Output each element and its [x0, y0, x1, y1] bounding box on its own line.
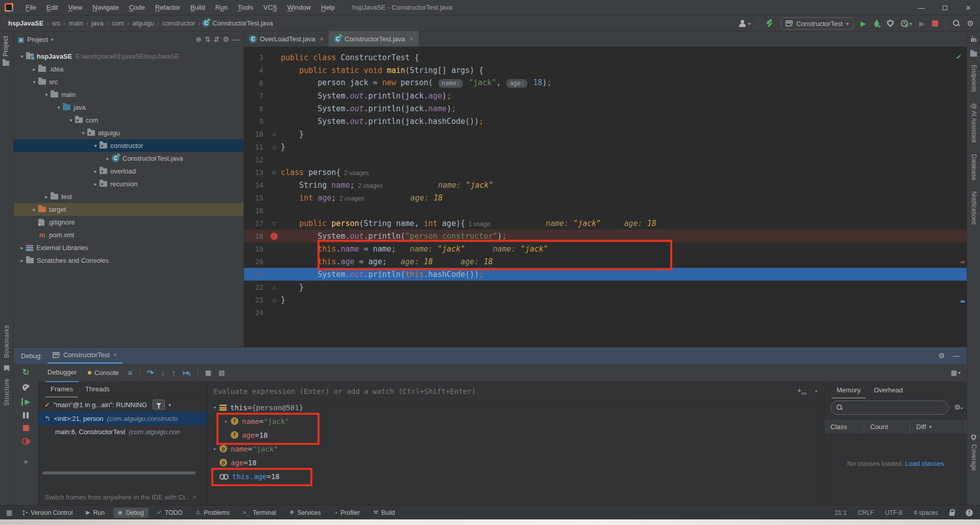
- tree-item-java[interactable]: ▾java: [14, 101, 243, 114]
- load-classes-link[interactable]: Load classes: [905, 460, 944, 467]
- debug-session-settings-icon[interactable]: [22, 384, 30, 391]
- coverage-button[interactable]: [887, 20, 894, 28]
- status-item-debug[interactable]: ◉Debug: [113, 508, 149, 518]
- breadcrumb-item[interactable]: src: [51, 19, 61, 27]
- status-item-profiler[interactable]: ◔Profiler: [330, 508, 365, 518]
- resume-button[interactable]: ▶: [21, 398, 31, 406]
- tree-item-recursion[interactable]: ▸recursion: [14, 178, 243, 190]
- code-line-7[interactable]: 7 System.out.println(jack.age);: [244, 89, 967, 102]
- breadcrumb-item[interactable]: constructor: [161, 19, 196, 27]
- run-button[interactable]: ▶: [861, 20, 866, 27]
- sidebar-item-ai-assistant[interactable]: @ AI Assistant: [970, 103, 977, 143]
- tree-chevron-icon[interactable]: ▸: [42, 194, 51, 199]
- filter-frames-button[interactable]: [153, 399, 165, 410]
- code-line-24[interactable]: 24: [244, 306, 967, 319]
- project-view-dropdown[interactable]: ▾: [51, 37, 54, 42]
- tree-item--idea[interactable]: ▸.idea: [14, 63, 243, 76]
- more-actions-icon[interactable]: »: [24, 458, 28, 465]
- evaluate-expression-icon[interactable]: ▦: [205, 369, 211, 377]
- view-breakpoints-button[interactable]: [22, 438, 30, 444]
- menu-item-build[interactable]: Build: [185, 0, 210, 15]
- editor-tab-options-icon[interactable]: ⋮: [969, 35, 976, 42]
- tree-item-atguigu[interactable]: ▾atguigu: [14, 127, 243, 139]
- status-encoding[interactable]: UTF-8: [885, 509, 902, 516]
- sidebar-item-endpoints[interactable]: Endpoints: [970, 65, 977, 92]
- status-item-run[interactable]: ▶Run: [81, 508, 109, 518]
- status-line-ending[interactable]: CRLF: [858, 509, 874, 516]
- hide-panel-icon[interactable]: —: [232, 35, 239, 43]
- expand-all-icon[interactable]: ⇅: [205, 35, 211, 43]
- close-button[interactable]: ✕: [957, 0, 980, 15]
- thread-selector[interactable]: ✓ "main"@1 in g...ain": RUNNING ▾: [38, 397, 207, 412]
- menu-item-code[interactable]: Code: [124, 0, 150, 15]
- lock-icon[interactable]: [949, 512, 954, 516]
- code-line-17[interactable]: 17▽ public person(String name, int age){…: [244, 217, 967, 230]
- tree-chevron-icon[interactable]: ▸: [104, 156, 112, 161]
- project-settings-gear-icon[interactable]: ⚙: [223, 35, 229, 43]
- tree-item-overload[interactable]: ▸overload: [14, 165, 243, 178]
- tree-chevron-icon[interactable]: ▾: [67, 117, 75, 123]
- sidebar-item-project[interactable]: Project: [2, 36, 9, 66]
- close-debug-tab-icon[interactable]: ×: [113, 351, 117, 359]
- breadcrumb-item[interactable]: main: [68, 19, 84, 27]
- evaluate-dropdown-icon[interactable]: ▾: [815, 388, 818, 394]
- menu-item-run[interactable]: Run: [210, 0, 233, 15]
- sidebar-item-bookmarks[interactable]: Bookmarks: [3, 325, 10, 358]
- breadcrumb-item[interactable]: hspJavaSE: [7, 19, 44, 27]
- status-item-todo[interactable]: ✓TODO: [153, 508, 187, 518]
- collapse-all-icon[interactable]: ⇵: [214, 35, 220, 43]
- inspections-ok-icon[interactable]: ✔: [956, 53, 962, 61]
- tree-item-main[interactable]: ▾main: [14, 88, 243, 101]
- tree-item-constructor[interactable]: ▾constructor: [14, 139, 243, 152]
- menu-item-window[interactable]: Window: [282, 0, 316, 15]
- tree-item-pom-xml[interactable]: mpom.xml: [14, 229, 243, 241]
- variable-row[interactable]: page = 18: [207, 456, 824, 469]
- status-item-terminal[interactable]: >_Terminal: [238, 508, 281, 518]
- variable-chevron-icon[interactable]: ▾: [210, 405, 219, 410]
- sidebar-item-structure[interactable]: Structure: [3, 379, 10, 406]
- evaluate-expression-bar[interactable]: Evaluate expression (Enter) or add a wat…: [207, 382, 824, 401]
- search-everywhere-icon[interactable]: [953, 20, 960, 27]
- code-line-3[interactable]: 3public class ConstructorTest {: [244, 51, 967, 64]
- breakpoint-icon[interactable]: ✓: [271, 233, 278, 240]
- hide-debug-panel-icon[interactable]: —: [953, 352, 960, 360]
- tab-frames[interactable]: Frames: [45, 382, 78, 397]
- menu-item-view[interactable]: View: [63, 0, 87, 15]
- menu-item-navigate[interactable]: Navigate: [87, 0, 124, 15]
- debug-session-tab[interactable]: ConstructorTest ×: [47, 347, 122, 364]
- memory-search-input[interactable]: [830, 401, 949, 415]
- menu-item-file[interactable]: File: [20, 0, 41, 15]
- status-caret-position[interactable]: 21:1: [835, 509, 846, 516]
- status-item-services[interactable]: ❖Services: [285, 508, 326, 518]
- frame-row[interactable]: ↰<init>:21, person (com.atguigu.construc…: [38, 412, 207, 425]
- sidebar-item-notifications[interactable]: Notifications: [970, 191, 977, 224]
- tree-item--gitignore[interactable]: .gitignore: [14, 216, 243, 229]
- tree-item-scratches-and-consoles[interactable]: ▸Scratches and Consoles: [14, 254, 243, 267]
- breadcrumb-item[interactable]: com: [111, 19, 126, 27]
- status-item-version-control[interactable]: Version Control: [18, 508, 77, 518]
- rerun-button[interactable]: ↻: [22, 367, 29, 378]
- tree-item-constructortest-java[interactable]: ▸CConstructorTest.java: [14, 152, 243, 165]
- code-line-11[interactable]: 11⌂}: [244, 140, 967, 153]
- debug-button[interactable]: [873, 20, 880, 27]
- status-item-build[interactable]: ⚒Build: [369, 508, 400, 518]
- locate-file-icon[interactable]: ⊕: [195, 35, 202, 43]
- breadcrumb-item[interactable]: atguigu: [131, 19, 155, 27]
- code-line-16[interactable]: 16: [244, 204, 967, 217]
- view-options-icon[interactable]: ▤: [218, 369, 225, 377]
- frame-row[interactable]: main:6, ConstructorTest (com.atguigu.con: [38, 425, 207, 438]
- tab-memory[interactable]: Memory: [831, 383, 866, 398]
- code-line-4[interactable]: 4 public static void main(String[] args)…: [244, 64, 967, 77]
- sidebar-item-database[interactable]: Database: [970, 154, 977, 180]
- editor-tab-overloadtest-java[interactable]: COverLoadTest.java×: [244, 31, 329, 46]
- tree-chevron-icon[interactable]: ▾: [30, 79, 38, 85]
- notifications-icon[interactable]: !: [966, 509, 973, 516]
- code-editor[interactable]: 3public class ConstructorTest {4 public …: [244, 47, 967, 319]
- run-to-cursor-icon[interactable]: ↦ᵢ: [183, 368, 190, 378]
- tree-chevron-icon[interactable]: ▸: [30, 66, 38, 72]
- profiler-button[interactable]: ▾: [901, 20, 912, 27]
- close-tab-icon[interactable]: ×: [320, 35, 324, 43]
- tree-chevron-icon[interactable]: ▾: [42, 92, 51, 97]
- code-line-10[interactable]: 10⌂ }: [244, 128, 967, 140]
- code-line-14[interactable]: 14 String name; 2 usages name: "jack": [244, 179, 967, 191]
